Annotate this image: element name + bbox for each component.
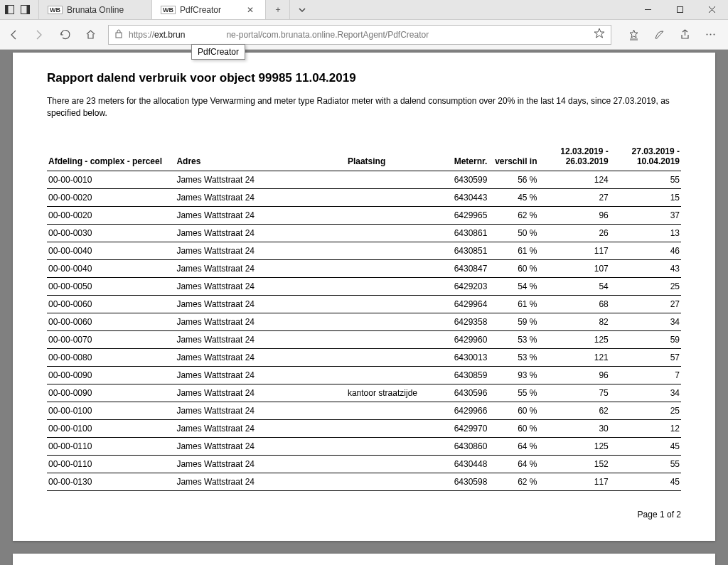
close-icon[interactable]: ✕	[244, 5, 257, 15]
cell-p2: 45	[610, 437, 681, 455]
cell-plaats	[346, 473, 439, 490]
cell-plaats	[346, 437, 439, 455]
cell-adres: James Wattstraat 24	[175, 259, 346, 277]
table-row: 00-00-0040James Wattstraat 24643085161 %…	[47, 242, 681, 259]
favicon-icon: WB	[161, 6, 176, 14]
address-bar[interactable]: https://ext.brunne-portal/com.brunata.on…	[108, 25, 611, 45]
refresh-button[interactable]	[57, 27, 73, 43]
table-row: 00-00-0100James Wattstraat 24642997060 %…	[47, 419, 681, 437]
cell-p1: 82	[539, 313, 610, 330]
tab-brunata-online[interactable]: WB Brunata Online	[38, 0, 152, 19]
toolbar-right	[621, 27, 722, 43]
table-row: 00-00-0090James Wattstraat 24643085993 %…	[47, 366, 681, 384]
more-icon[interactable]	[702, 27, 718, 43]
cell-p2: 45	[610, 473, 681, 490]
cell-afd: 00-00-0110	[47, 437, 175, 455]
th-plaatsing: Plaatsing	[346, 144, 439, 171]
window-split-right-icon[interactable]	[20, 5, 30, 15]
share-icon[interactable]	[677, 27, 692, 43]
cell-meter: 6430443	[439, 188, 488, 206]
tab-tooltip: PdfCreator	[191, 44, 245, 60]
cell-p1: 96	[539, 206, 610, 224]
cell-afd: 00-00-0040	[47, 259, 175, 277]
cell-plaats	[346, 277, 439, 295]
cell-adres: James Wattstraat 24	[175, 224, 346, 242]
close-window-button[interactable]	[696, 0, 728, 19]
cell-p2: 59	[610, 330, 681, 348]
cell-adres: James Wattstraat 24	[175, 366, 346, 384]
window-split-left-icon[interactable]	[4, 5, 14, 15]
th-afdeling: Afdeling - complex - perceel	[47, 144, 175, 171]
cell-p2: 25	[610, 402, 681, 419]
table-row: 00-00-0060James Wattstraat 24642935859 %…	[47, 313, 681, 330]
cell-p1: 107	[539, 259, 610, 277]
cell-adres: James Wattstraat 24	[175, 348, 346, 366]
cell-versch: 60 %	[488, 259, 538, 277]
cell-adres: James Wattstraat 24	[175, 295, 346, 313]
maximize-button[interactable]	[664, 0, 696, 19]
table-row: 00-00-0020James Wattstraat 24643044345 %…	[47, 188, 681, 206]
cell-p1: 117	[539, 473, 610, 490]
cell-versch: 53 %	[488, 330, 538, 348]
cell-p1: 125	[539, 330, 610, 348]
back-button[interactable]	[6, 27, 21, 43]
cell-meter: 6430847	[439, 259, 488, 277]
cell-versch: 93 %	[488, 366, 538, 384]
cell-p2: 46	[610, 242, 681, 259]
cell-p1: 30	[539, 419, 610, 437]
cell-versch: 60 %	[488, 402, 538, 419]
cell-afd: 00-00-0030	[47, 224, 175, 242]
cell-adres: James Wattstraat 24	[175, 473, 346, 490]
browser-toolbar: https://ext.brunne-portal/com.brunata.on…	[0, 20, 728, 50]
svg-rect-8	[116, 33, 122, 38]
cell-plaats	[346, 224, 439, 242]
cell-p1: 117	[539, 242, 610, 259]
cell-p1: 124	[539, 171, 610, 188]
cell-adres: James Wattstraat 24	[175, 384, 346, 402]
cell-plaats	[346, 259, 439, 277]
cell-p1: 152	[539, 455, 610, 473]
cell-adres: James Wattstraat 24	[175, 277, 346, 295]
cell-versch: 55 %	[488, 384, 538, 402]
meters-table: Afdeling - complex - perceel Adres Plaat…	[47, 144, 681, 491]
table-row: 00-00-0070James Wattstraat 24642996053 %…	[47, 330, 681, 348]
home-button[interactable]	[82, 27, 98, 43]
cell-plaats	[346, 455, 439, 473]
cell-p2: 55	[610, 455, 681, 473]
cell-versch: 62 %	[488, 206, 538, 224]
cell-plaats	[346, 366, 439, 384]
browser-tabs: WB Brunata Online WB PdfCreator ✕ ＋	[38, 0, 314, 19]
cell-versch: 50 %	[488, 224, 538, 242]
th-period1: 12.03.2019 - 26.03.2019	[539, 144, 610, 171]
forward-button[interactable]	[31, 27, 47, 43]
cell-p1: 27	[539, 188, 610, 206]
pdf-page-2	[13, 554, 715, 565]
cell-plaats	[346, 206, 439, 224]
tab-actions-button[interactable]	[290, 0, 314, 19]
table-row: 00-00-0060James Wattstraat 24642996461 %…	[47, 295, 681, 313]
cell-meter: 6429970	[439, 419, 488, 437]
cell-meter: 6430861	[439, 224, 488, 242]
cell-afd: 00-00-0040	[47, 242, 175, 259]
table-row: 00-00-0100James Wattstraat 24642996660 %…	[47, 402, 681, 419]
tab-pdfcreator[interactable]: WB PdfCreator ✕	[152, 0, 266, 19]
scroll-area[interactable]: Rapport dalend verbruik voor object 9998…	[0, 50, 728, 565]
cell-afd: 00-00-0060	[47, 313, 175, 330]
pen-icon[interactable]	[651, 27, 667, 43]
cell-meter: 6429960	[439, 330, 488, 348]
cell-plaats	[346, 330, 439, 348]
new-tab-button[interactable]: ＋	[266, 0, 290, 19]
favorites-list-icon[interactable]	[626, 27, 641, 43]
cell-afd: 00-00-0130	[47, 473, 175, 490]
minimize-button[interactable]	[632, 0, 664, 19]
cell-plaats	[346, 295, 439, 313]
cell-adres: James Wattstraat 24	[175, 188, 346, 206]
cell-meter: 6429203	[439, 277, 488, 295]
lock-icon	[114, 28, 123, 41]
cell-afd: 00-00-0020	[47, 206, 175, 224]
favorite-star-icon[interactable]	[594, 28, 605, 41]
cell-meter: 6429965	[439, 206, 488, 224]
window-titlebar: WB Brunata Online WB PdfCreator ✕ ＋	[0, 0, 728, 20]
cell-p1: 26	[539, 224, 610, 242]
cell-afd: 00-00-0060	[47, 295, 175, 313]
